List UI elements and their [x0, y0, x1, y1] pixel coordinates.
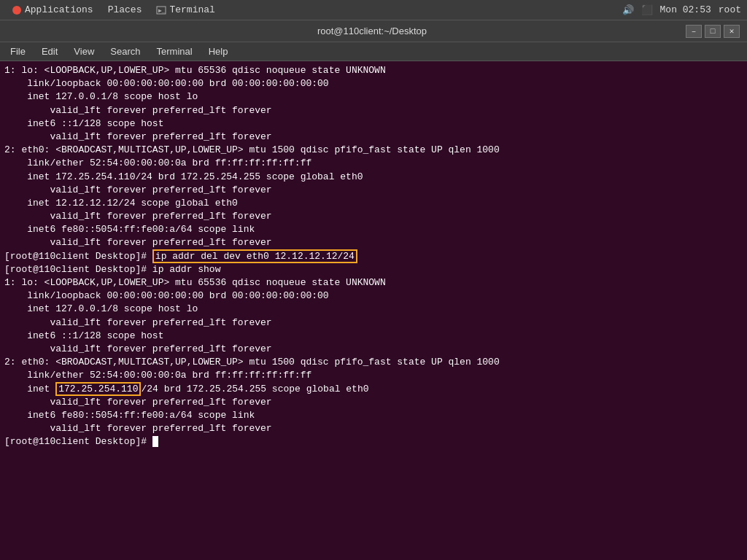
terminal-menu[interactable]: ▶_ Terminal [150, 3, 220, 17]
terminal-line-9: inet 172.25.254.110/24 brd 172.25.254.25… [4, 171, 743, 184]
window-controls: – □ ✕ [686, 25, 740, 38]
applications-menu[interactable]: Applications [6, 3, 99, 17]
terminal-line-12: valid_lft forever preferred_lft forever [4, 210, 743, 223]
places-label: Places [108, 4, 142, 15]
terminal-line-10: valid_lft forever preferred_lft forever [4, 184, 743, 197]
svg-point-0 [12, 6, 21, 15]
terminal-line-7: 2: eth0: <BROADCAST,MULTICAST,UP,LOWER_U… [4, 144, 743, 157]
system-bar-right: 🔊 ⬛ Mon 02:53 root [622, 4, 741, 16]
minimize-button[interactable]: – [686, 25, 702, 38]
terminal-content[interactable]: 1: lo: <LOOPBACK,UP,LOWER_UP> mtu 65536 … [0, 61, 747, 560]
terminal-line-21: inet6 ::1/128 scope host [4, 330, 743, 343]
menu-bar: File Edit View Search Terminal Help [0, 42, 747, 61]
terminal-line-3: inet 127.0.0.1/8 scope host lo [4, 90, 743, 104]
terminal-line-22: valid_lft forever preferred_lft forever [4, 343, 743, 356]
terminal-line-27: inet6 fe80::5054:ff:fe00:a/64 scope link [4, 409, 743, 422]
menu-edit[interactable]: Edit [34, 44, 65, 58]
terminal-line-24: link/ether 52:54:00:00:00:0a brd ff:ff:f… [4, 369, 743, 382]
terminal-line-25: inet 172.25.254.110/24 brd 172.25.254.25… [4, 383, 743, 396]
user-label: root [719, 4, 741, 15]
terminal-line-16: [root@110client Desktop]# ip addr show [4, 263, 743, 276]
terminal-line-17: 1: lo: <LOOPBACK,UP,LOWER_UP> mtu 65536 … [4, 276, 743, 289]
terminal-line-19: inet 127.0.0.1/8 scope host lo [4, 303, 743, 316]
cursor [152, 436, 158, 447]
window-title: root@110client:~/Desktop [58, 26, 686, 36]
terminal-window: root@110client:~/Desktop – □ ✕ File Edit… [0, 20, 747, 560]
terminal-line-1: 1: lo: <LOOPBACK,UP,LOWER_UP> mtu 65536 … [4, 64, 743, 77]
terminal-line-6: valid_lft forever preferred_lft forever [4, 131, 743, 144]
menu-file[interactable]: File [3, 44, 33, 58]
terminal-line-15: [root@110client Desktop]# ip addr del de… [4, 250, 743, 263]
terminal-line-8: link/ether 52:54:00:00:00:0a brd ff:ff:f… [4, 157, 743, 170]
svg-text:▶_: ▶_ [158, 7, 166, 14]
terminal-line-20: valid_lft forever preferred_lft forever [4, 316, 743, 330]
highlight-ip: 172.25.254.110 [55, 382, 141, 396]
terminal-line-2: link/loopback 00:00:00:00:00:00 brd 00:0… [4, 77, 743, 90]
close-button[interactable]: ✕ [724, 25, 740, 38]
terminal-line-14: valid_lft forever preferred_lft forever [4, 236, 743, 249]
volume-icon: 🔊 [622, 4, 634, 16]
terminal-line-28: valid_lft forever preferred_lft forever [4, 422, 743, 435]
maximize-button[interactable]: □ [705, 25, 721, 38]
terminal-line-23: 2: eth0: <BROADCAST,MULTICAST,UP,LOWER_U… [4, 356, 743, 369]
terminal-line-4: valid_lft forever preferred_lft forever [4, 104, 743, 117]
menu-terminal[interactable]: Terminal [150, 44, 200, 58]
menu-help[interactable]: Help [201, 44, 236, 58]
places-menu[interactable]: Places [102, 3, 148, 17]
terminal-line-13: inet6 fe80::5054:ff:fe00:a/64 scope link [4, 223, 743, 236]
applications-label: Applications [25, 4, 93, 15]
menu-view[interactable]: View [66, 44, 101, 58]
highlight-command: ip addr del dev eth0 12.12.12.12/24 [152, 249, 357, 263]
terminal-label: Terminal [169, 4, 214, 15]
terminal-prompt: [root@110client Desktop]# [4, 435, 743, 448]
system-bar: Applications Places ▶_ Terminal 🔊 ⬛ Mon … [0, 0, 747, 20]
terminal-line-18: link/loopback 00:00:00:00:00:00 brd 00:0… [4, 289, 743, 303]
terminal-icon: ▶_ [156, 5, 166, 15]
terminal-line-11: inet 12.12.12.12/24 scope global eth0 [4, 197, 743, 210]
apps-icon [12, 5, 22, 15]
menu-search[interactable]: Search [103, 44, 147, 58]
title-bar: root@110client:~/Desktop – □ ✕ [0, 20, 747, 42]
display-icon: ⬛ [641, 4, 653, 16]
clock: Mon 02:53 [660, 4, 711, 15]
system-bar-left: Applications Places ▶_ Terminal [6, 3, 221, 17]
terminal-line-26: valid_lft forever preferred_lft forever [4, 396, 743, 409]
terminal-line-5: inet6 ::1/128 scope host [4, 117, 743, 131]
